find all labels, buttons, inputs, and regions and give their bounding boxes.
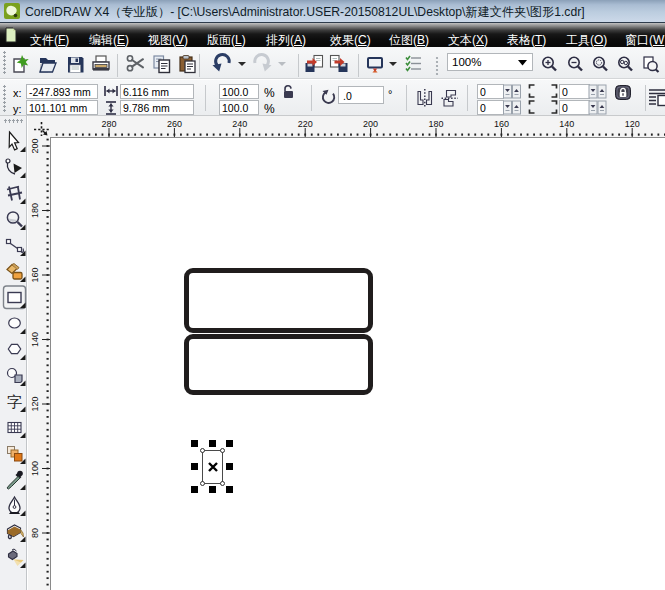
svg-text:280: 280	[101, 119, 116, 129]
svg-text:160: 160	[494, 119, 509, 129]
svg-text:240: 240	[232, 119, 247, 129]
svg-text:80: 80	[30, 528, 40, 538]
svg-text:180: 180	[428, 119, 443, 129]
svg-text:260: 260	[167, 119, 182, 129]
svg-text:140: 140	[559, 119, 574, 129]
svg-text:120: 120	[30, 396, 40, 411]
svg-text:200: 200	[363, 119, 378, 129]
svg-text:180: 180	[30, 203, 40, 218]
svg-text:160: 160	[30, 267, 40, 282]
svg-text:120: 120	[625, 119, 640, 129]
svg-text:140: 140	[30, 332, 40, 347]
svg-text:220: 220	[298, 119, 313, 129]
svg-text:100: 100	[30, 461, 40, 476]
svg-text:字: 字	[7, 393, 22, 410]
svg-text:200: 200	[30, 138, 40, 153]
